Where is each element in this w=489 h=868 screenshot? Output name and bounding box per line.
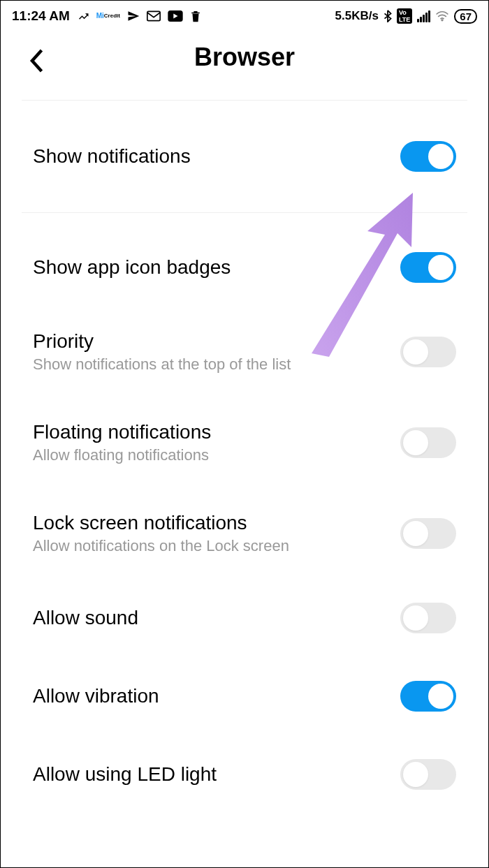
setting-lock-screen[interactable]: Lock screen notifications Allow notifica… <box>22 488 467 579</box>
setting-allow-led[interactable]: Allow using LED light <box>22 735 467 814</box>
toggle-allow-sound[interactable] <box>400 603 456 633</box>
setting-text: Allow using LED light <box>33 763 400 786</box>
setting-label: Allow sound <box>33 607 400 629</box>
volte-icon: VoLTE <box>397 8 412 24</box>
status-right: 5.5KB/s VoLTE 67 <box>335 8 477 24</box>
setting-sublabel: Allow notifications on the Lock screen <box>33 537 400 555</box>
setting-label: Lock screen notifications <box>33 512 400 534</box>
setting-allow-vibration[interactable]: Allow vibration <box>22 657 467 735</box>
setting-show-badges[interactable]: Show app icon badges <box>22 213 467 307</box>
wifi-icon <box>435 10 449 22</box>
setting-text: Show notifications <box>33 145 400 168</box>
setting-sublabel: Show notifications at the top of the lis… <box>33 355 400 374</box>
missed-call-icon <box>77 10 89 22</box>
settings-content: Show notifications Show app icon badges … <box>1 101 488 814</box>
youtube-icon <box>168 10 183 22</box>
status-bar: 11:24 AM MiCredit 5.5KB/s VoLTE 67 <box>1 1 488 29</box>
setting-floating[interactable]: Floating notifications Allow floating no… <box>22 397 467 488</box>
setting-label: Priority <box>33 330 400 353</box>
setting-show-notifications[interactable]: Show notifications <box>22 101 467 212</box>
setting-text: Show app icon badges <box>33 256 400 279</box>
setting-label: Floating notifications <box>33 421 400 443</box>
svg-rect-0 <box>147 11 160 20</box>
setting-text: Allow sound <box>33 607 400 629</box>
telegram-icon <box>127 10 140 22</box>
toggle-allow-vibration[interactable] <box>400 681 456 712</box>
toggle-show-notifications[interactable] <box>400 141 456 172</box>
setting-sublabel: Allow floating notifications <box>33 446 400 464</box>
network-speed: 5.5KB/s <box>335 9 379 23</box>
setting-priority[interactable]: Priority Show notifications at the top o… <box>22 307 467 397</box>
setting-label: Show notifications <box>33 145 400 168</box>
battery-indicator: 67 <box>454 9 477 24</box>
back-button[interactable] <box>29 48 44 76</box>
mi-credit-icon: MiCredit <box>96 13 120 20</box>
bluetooth-icon <box>384 10 392 22</box>
setting-label: Allow using LED light <box>33 763 400 786</box>
page-header: Browser <box>1 29 488 100</box>
toggle-priority[interactable] <box>400 337 456 367</box>
status-left: 11:24 AM MiCredit <box>12 8 201 24</box>
toggle-lock-screen[interactable] <box>400 518 456 549</box>
page-title: Browser <box>22 43 467 72</box>
setting-allow-sound[interactable]: Allow sound <box>22 579 467 657</box>
setting-text: Priority Show notifications at the top o… <box>33 330 400 374</box>
setting-label: Show app icon badges <box>33 256 400 279</box>
setting-text: Lock screen notifications Allow notifica… <box>33 512 400 555</box>
toggle-allow-led[interactable] <box>400 759 456 790</box>
signal-icon <box>417 10 430 22</box>
setting-label: Allow vibration <box>33 685 400 707</box>
svg-point-2 <box>441 20 443 21</box>
status-time: 11:24 AM <box>12 8 70 24</box>
toggle-show-badges[interactable] <box>400 252 456 283</box>
toggle-floating[interactable] <box>400 427 456 458</box>
setting-text: Allow vibration <box>33 685 400 707</box>
trash-icon <box>190 10 201 22</box>
setting-text: Floating notifications Allow floating no… <box>33 421 400 464</box>
gmail-icon <box>147 10 161 22</box>
